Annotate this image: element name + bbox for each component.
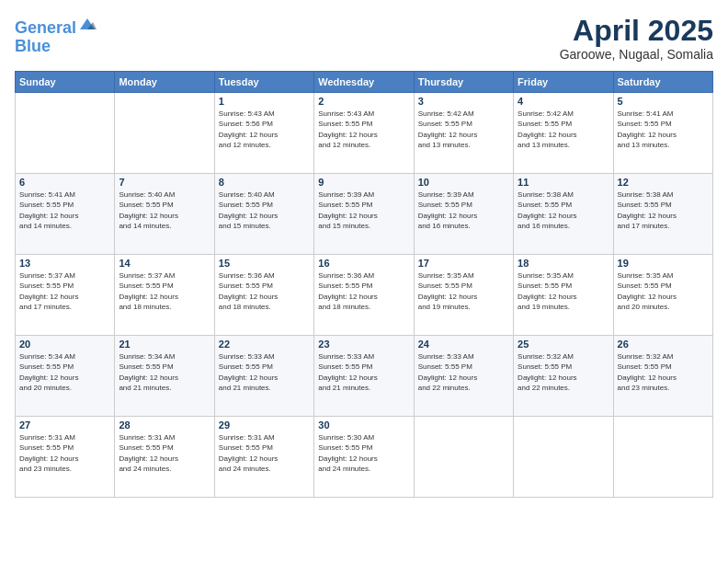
day-info: Sunrise: 5:35 AM Sunset: 5:55 PM Dayligh… — [518, 270, 609, 312]
day-info: Sunrise: 5:31 AM Sunset: 5:55 PM Dayligh… — [219, 432, 310, 474]
day-number: 7 — [119, 177, 210, 188]
day-number: 12 — [618, 177, 709, 188]
calendar-cell: 11Sunrise: 5:38 AM Sunset: 5:55 PM Dayli… — [514, 174, 613, 255]
logo-icon — [78, 15, 97, 33]
title-block: April 2025 Garoowe, Nugaal, Somalia — [560, 15, 713, 62]
calendar-week-row: 6Sunrise: 5:41 AM Sunset: 5:55 PM Daylig… — [16, 174, 713, 255]
day-number: 23 — [318, 339, 409, 350]
calendar-cell: 15Sunrise: 5:36 AM Sunset: 5:55 PM Dayli… — [214, 255, 313, 336]
day-number: 24 — [418, 339, 509, 350]
header: General Blue April 2025 Garoowe, Nugaal,… — [15, 15, 713, 62]
calendar-cell: 6Sunrise: 5:41 AM Sunset: 5:55 PM Daylig… — [16, 174, 115, 255]
day-number: 16 — [318, 258, 409, 269]
calendar-cell: 10Sunrise: 5:39 AM Sunset: 5:55 PM Dayli… — [414, 174, 513, 255]
calendar-week-row: 1Sunrise: 5:43 AM Sunset: 5:56 PM Daylig… — [16, 93, 713, 174]
day-number: 10 — [418, 177, 509, 188]
day-info: Sunrise: 5:33 AM Sunset: 5:55 PM Dayligh… — [318, 351, 409, 393]
calendar-cell: 3Sunrise: 5:42 AM Sunset: 5:55 PM Daylig… — [414, 93, 513, 174]
calendar-week-row: 27Sunrise: 5:31 AM Sunset: 5:55 PM Dayli… — [16, 417, 713, 498]
day-info: Sunrise: 5:38 AM Sunset: 5:55 PM Dayligh… — [618, 190, 709, 231]
logo-line2: Blue — [15, 37, 51, 55]
day-info: Sunrise: 5:34 AM Sunset: 5:55 PM Dayligh… — [19, 351, 110, 393]
day-number: 30 — [318, 419, 409, 431]
day-number: 11 — [518, 177, 609, 188]
day-number: 17 — [418, 258, 509, 269]
calendar-cell: 23Sunrise: 5:33 AM Sunset: 5:55 PM Dayli… — [314, 336, 414, 417]
calendar-cell: 28Sunrise: 5:31 AM Sunset: 5:55 PM Dayli… — [115, 417, 214, 498]
day-info: Sunrise: 5:40 AM Sunset: 5:55 PM Dayligh… — [119, 190, 210, 231]
calendar-cell: 8Sunrise: 5:40 AM Sunset: 5:55 PM Daylig… — [214, 174, 313, 255]
weekday-header: Tuesday — [214, 72, 313, 93]
weekday-header: Wednesday — [314, 72, 414, 93]
day-number: 15 — [219, 258, 310, 269]
day-info: Sunrise: 5:36 AM Sunset: 5:55 PM Dayligh… — [219, 270, 310, 312]
calendar-cell: 13Sunrise: 5:37 AM Sunset: 5:55 PM Dayli… — [16, 255, 115, 336]
calendar-cell: 20Sunrise: 5:34 AM Sunset: 5:55 PM Dayli… — [16, 336, 115, 417]
day-info: Sunrise: 5:39 AM Sunset: 5:55 PM Dayligh… — [318, 190, 409, 231]
day-number: 29 — [219, 419, 310, 431]
day-info: Sunrise: 5:35 AM Sunset: 5:55 PM Dayligh… — [418, 270, 509, 312]
day-info: Sunrise: 5:32 AM Sunset: 5:55 PM Dayligh… — [518, 351, 609, 393]
day-info: Sunrise: 5:40 AM Sunset: 5:55 PM Dayligh… — [219, 190, 310, 231]
calendar-cell — [514, 417, 613, 498]
calendar-cell: 26Sunrise: 5:32 AM Sunset: 5:55 PM Dayli… — [613, 336, 712, 417]
calendar-week-row: 13Sunrise: 5:37 AM Sunset: 5:55 PM Dayli… — [16, 255, 713, 336]
calendar-cell: 16Sunrise: 5:36 AM Sunset: 5:55 PM Dayli… — [314, 255, 414, 336]
calendar-cell: 17Sunrise: 5:35 AM Sunset: 5:55 PM Dayli… — [414, 255, 513, 336]
day-info: Sunrise: 5:34 AM Sunset: 5:55 PM Dayligh… — [119, 351, 210, 393]
day-number: 27 — [19, 419, 110, 431]
day-number: 25 — [518, 339, 609, 350]
calendar-cell: 27Sunrise: 5:31 AM Sunset: 5:55 PM Dayli… — [16, 417, 115, 498]
logo: General Blue — [15, 15, 97, 56]
day-number: 19 — [618, 258, 709, 269]
calendar-cell: 9Sunrise: 5:39 AM Sunset: 5:55 PM Daylig… — [314, 174, 414, 255]
calendar-cell: 30Sunrise: 5:30 AM Sunset: 5:55 PM Dayli… — [314, 417, 414, 498]
calendar-cell: 22Sunrise: 5:33 AM Sunset: 5:55 PM Dayli… — [214, 336, 313, 417]
weekday-header: Monday — [115, 72, 214, 93]
weekday-header: Saturday — [613, 72, 712, 93]
day-info: Sunrise: 5:42 AM Sunset: 5:55 PM Dayligh… — [518, 109, 609, 150]
calendar-header-row: SundayMondayTuesdayWednesdayThursdayFrid… — [16, 72, 713, 93]
subtitle: Garoowe, Nugaal, Somalia — [560, 47, 713, 62]
day-number: 2 — [318, 96, 409, 107]
day-info: Sunrise: 5:43 AM Sunset: 5:55 PM Dayligh… — [318, 109, 409, 150]
day-info: Sunrise: 5:42 AM Sunset: 5:55 PM Dayligh… — [418, 109, 509, 150]
day-number: 4 — [518, 96, 609, 107]
day-info: Sunrise: 5:37 AM Sunset: 5:55 PM Dayligh… — [19, 270, 110, 312]
day-number: 26 — [618, 339, 709, 350]
calendar-cell: 18Sunrise: 5:35 AM Sunset: 5:55 PM Dayli… — [514, 255, 613, 336]
day-info: Sunrise: 5:36 AM Sunset: 5:55 PM Dayligh… — [318, 270, 409, 312]
calendar-cell: 25Sunrise: 5:32 AM Sunset: 5:55 PM Dayli… — [514, 336, 613, 417]
calendar-cell: 29Sunrise: 5:31 AM Sunset: 5:55 PM Dayli… — [214, 417, 313, 498]
calendar-cell: 4Sunrise: 5:42 AM Sunset: 5:55 PM Daylig… — [514, 93, 613, 174]
calendar-cell — [613, 417, 712, 498]
day-info: Sunrise: 5:33 AM Sunset: 5:55 PM Dayligh… — [219, 351, 310, 393]
day-number: 22 — [219, 339, 310, 350]
day-info: Sunrise: 5:31 AM Sunset: 5:55 PM Dayligh… — [119, 432, 210, 474]
day-number: 28 — [119, 419, 210, 431]
day-info: Sunrise: 5:41 AM Sunset: 5:55 PM Dayligh… — [19, 190, 110, 231]
weekday-header: Sunday — [16, 72, 115, 93]
day-number: 13 — [19, 258, 110, 269]
weekday-header: Friday — [514, 72, 613, 93]
calendar-cell: 2Sunrise: 5:43 AM Sunset: 5:55 PM Daylig… — [314, 93, 414, 174]
calendar-cell: 21Sunrise: 5:34 AM Sunset: 5:55 PM Dayli… — [115, 336, 214, 417]
day-info: Sunrise: 5:37 AM Sunset: 5:55 PM Dayligh… — [119, 270, 210, 312]
day-info: Sunrise: 5:35 AM Sunset: 5:55 PM Dayligh… — [618, 270, 709, 312]
logo-text: General Blue — [15, 15, 97, 56]
calendar-week-row: 20Sunrise: 5:34 AM Sunset: 5:55 PM Dayli… — [16, 336, 713, 417]
day-info: Sunrise: 5:39 AM Sunset: 5:55 PM Dayligh… — [418, 190, 509, 231]
day-info: Sunrise: 5:31 AM Sunset: 5:55 PM Dayligh… — [19, 432, 110, 474]
day-info: Sunrise: 5:38 AM Sunset: 5:55 PM Dayligh… — [518, 190, 609, 231]
weekday-header: Thursday — [414, 72, 513, 93]
day-number: 14 — [119, 258, 210, 269]
day-number: 18 — [518, 258, 609, 269]
calendar-cell: 5Sunrise: 5:41 AM Sunset: 5:55 PM Daylig… — [613, 93, 712, 174]
day-info: Sunrise: 5:30 AM Sunset: 5:55 PM Dayligh… — [318, 432, 409, 474]
calendar-cell: 19Sunrise: 5:35 AM Sunset: 5:55 PM Dayli… — [613, 255, 712, 336]
page: General Blue April 2025 Garoowe, Nugaal,… — [0, 0, 728, 563]
day-number: 21 — [119, 339, 210, 350]
day-info: Sunrise: 5:32 AM Sunset: 5:55 PM Dayligh… — [618, 351, 709, 393]
day-number: 1 — [219, 96, 310, 107]
calendar-cell: 1Sunrise: 5:43 AM Sunset: 5:56 PM Daylig… — [214, 93, 313, 174]
